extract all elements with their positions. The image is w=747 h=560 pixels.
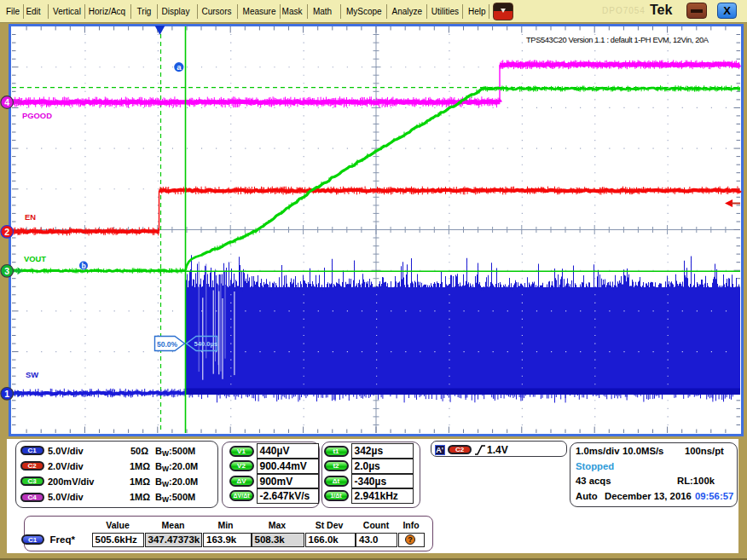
svg-text:PGOOD: PGOOD [22, 111, 52, 120]
svg-text:TPS543C20 Version 1.1 : defaul: TPS543C20 Version 1.1 : default 1-PH EVM… [526, 36, 709, 44]
svg-text:a: a [177, 62, 182, 72]
svg-text:4: 4 [4, 97, 9, 107]
svg-text:50.0%: 50.0% [157, 340, 178, 349]
svg-text:b: b [81, 262, 85, 270]
svg-text:3: 3 [4, 266, 9, 276]
svg-text:EN: EN [25, 212, 36, 222]
svg-text:2: 2 [4, 227, 9, 237]
svg-text:VOUT: VOUT [24, 254, 46, 263]
svg-text:1: 1 [4, 389, 9, 399]
svg-text:540.0µs: 540.0µs [194, 340, 218, 348]
svg-text:SW: SW [26, 370, 38, 379]
